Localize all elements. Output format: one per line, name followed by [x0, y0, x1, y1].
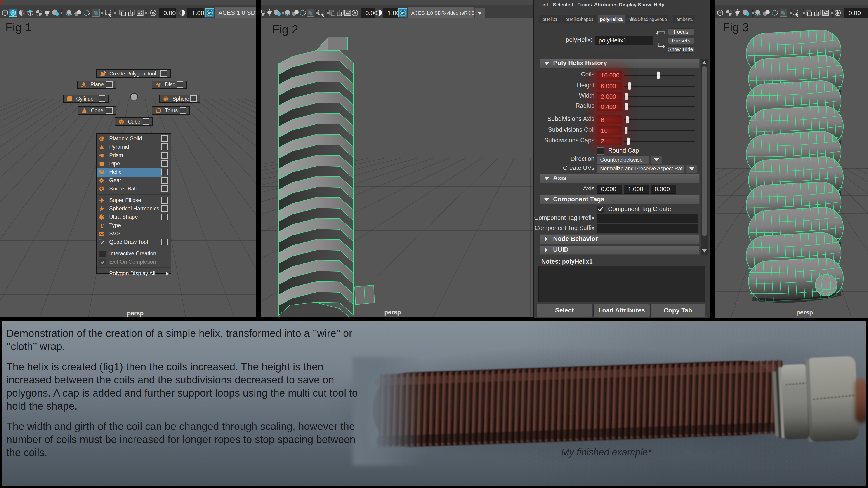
- svg-text:SVG: SVG: [99, 233, 104, 235]
- svg-text:1.00: 1.00: [192, 9, 204, 17]
- svg-text:persp: persp: [384, 309, 401, 316]
- svg-text:T: T: [100, 222, 103, 229]
- svg-text:persp: persp: [127, 310, 144, 317]
- svg-text:ACES 1.0 SDR-video (sRGB): ACES 1.0 SDR-video (sRGB): [411, 10, 476, 16]
- svg-text:0.00: 0.00: [163, 9, 176, 17]
- svg-text:1.00: 1.00: [388, 9, 400, 17]
- svg-text:ON: ON: [208, 12, 212, 14]
- svg-text:persp: persp: [796, 309, 813, 316]
- svg-text:ACES 1.0 SDR-vid: ACES 1.0 SDR-vid: [218, 9, 256, 16]
- svg-text:ON: ON: [401, 12, 405, 14]
- svg-text:0.00: 0.00: [848, 9, 861, 17]
- svg-text:0.00: 0.00: [365, 9, 378, 17]
